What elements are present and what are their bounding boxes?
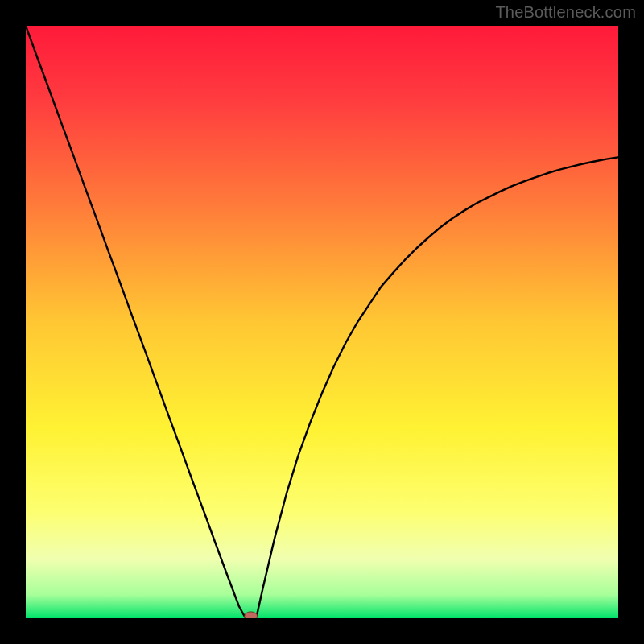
chart-frame: TheBottleneck.com (0, 0, 644, 644)
gradient-background (26, 26, 618, 618)
watermark-label: TheBottleneck.com (495, 3, 636, 22)
plot-area (26, 26, 618, 618)
bottleneck-curve-chart (26, 26, 618, 618)
optimal-point-marker (245, 612, 258, 618)
